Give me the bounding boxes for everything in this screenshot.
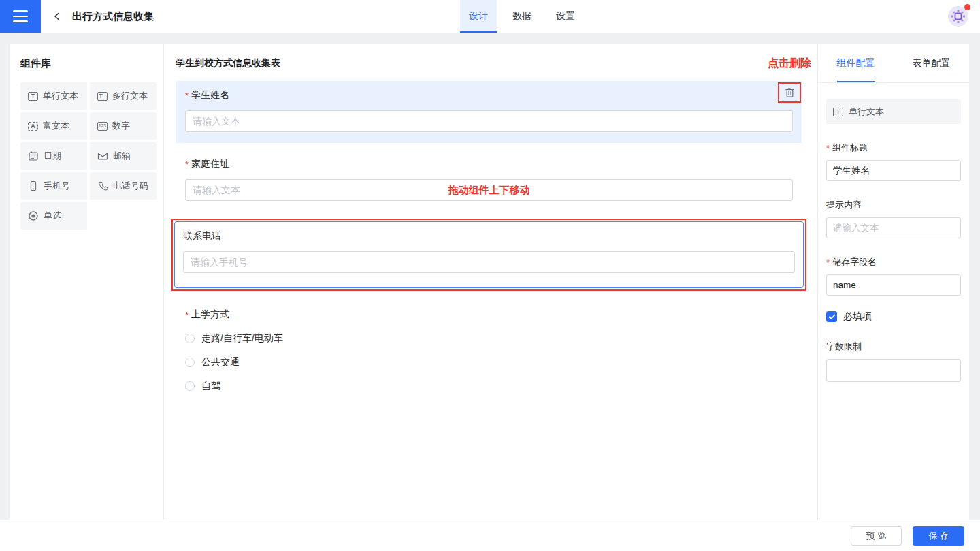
lib-item-mobile[interactable]: 手机号	[20, 172, 87, 200]
inspector-tabs: 组件配置 表单配置	[818, 44, 969, 83]
drag-annotation: 拖动组件上下移动	[448, 184, 530, 197]
hamburger-menu-button[interactable]	[0, 0, 41, 33]
trash-icon	[785, 87, 795, 98]
chevron-left-icon	[52, 11, 63, 22]
lib-item-multi-line-text[interactable]: T 多行文本	[90, 82, 157, 110]
radio-icon	[28, 210, 39, 221]
inspector-panel: 组件配置 表单配置 T 单行文本 * 组件标题 提示内容 * 储存字段名	[818, 44, 969, 520]
lib-item-radio[interactable]: 单选	[20, 202, 87, 230]
lib-item-single-line-text[interactable]: T 单行文本	[20, 82, 87, 110]
component-title-input[interactable]	[826, 160, 961, 181]
telephone-icon	[97, 180, 108, 191]
form-field-student-name[interactable]: * 学生姓名	[176, 81, 802, 143]
lib-item-label: 电话号码	[113, 180, 148, 192]
form-canvas: 点击删除 学生到校方式信息收集表 * 学生姓名 *	[164, 44, 818, 520]
tab-settings[interactable]: 设置	[547, 0, 584, 33]
form-field-contact-phone[interactable]: 联系电话	[174, 221, 804, 288]
radio-button-icon[interactable]	[185, 334, 195, 343]
lib-item-rich-text[interactable]: A 富文本	[20, 112, 87, 140]
preview-button[interactable]: 预 览	[851, 526, 902, 546]
tab-component-config[interactable]: 组件配置	[818, 44, 894, 82]
radio-option-public-transport[interactable]: 公共交通	[185, 356, 793, 368]
rich-text-icon: A	[28, 122, 38, 131]
contact-phone-input[interactable]	[183, 251, 795, 273]
radio-button-icon[interactable]	[185, 381, 195, 391]
char-limit-input[interactable]	[826, 359, 961, 382]
tab-design[interactable]: 设计	[460, 0, 497, 33]
lib-item-label: 数字	[112, 120, 130, 132]
footer-bar: 预 览 保 存	[0, 520, 980, 551]
form-field-commute-mode[interactable]: * 上学方式 走路/自行车/电动车 公共交通 自驾	[176, 300, 802, 403]
form-title: 学生到校方式信息收集表	[176, 57, 802, 69]
radio-option-walk-bike[interactable]: 走路/自行车/电动车	[185, 332, 793, 345]
main-content: 组件库 T 单行文本 T 多行文本 A 富文本 123 数字	[10, 44, 969, 520]
lib-item-label: 多行文本	[112, 90, 148, 102]
component-title-label: * 组件标题	[826, 142, 961, 154]
drag-highlight-box: 联系电话	[172, 219, 806, 291]
lib-item-number[interactable]: 123 数字	[90, 112, 157, 140]
radio-button-icon[interactable]	[185, 358, 195, 367]
required-asterisk: *	[185, 310, 189, 320]
tab-form-config[interactable]: 表单配置	[894, 44, 969, 82]
field-name-label: * 储存字段名	[826, 256, 961, 268]
back-button[interactable]	[49, 8, 65, 25]
lib-item-label: 单行文本	[43, 90, 78, 102]
hint-content-input[interactable]	[826, 217, 961, 238]
required-asterisk: *	[826, 143, 830, 153]
char-limit-label: 字数限制	[826, 341, 961, 353]
radio-group: 走路/自行车/电动车 公共交通 自驾	[185, 332, 793, 392]
header-tabs: 设计 数据 设置	[460, 0, 591, 33]
inspector-body: T 单行文本 * 组件标题 提示内容 * 储存字段名	[818, 83, 969, 382]
delete-field-button[interactable]	[778, 82, 801, 103]
delete-annotation: 点击删除	[768, 57, 811, 71]
required-checkbox-label: 必填项	[843, 311, 872, 323]
multi-line-text-icon: T	[97, 92, 108, 101]
field-name-input[interactable]	[826, 274, 961, 296]
lib-item-label: 单选	[44, 210, 61, 222]
field-label: * 上学方式	[185, 309, 793, 321]
student-name-input[interactable]	[185, 110, 793, 132]
lib-item-label: 富文本	[43, 120, 69, 132]
component-library-panel: 组件库 T 单行文本 T 多行文本 A 富文本 123 数字	[10, 44, 164, 520]
required-asterisk: *	[826, 257, 830, 268]
field-label: * 家庭住址	[185, 158, 793, 170]
library-title: 组件库	[20, 57, 154, 70]
lib-item-telephone[interactable]: 电话号码	[90, 172, 157, 200]
single-line-text-icon: T	[833, 108, 843, 116]
page-title: 出行方式信息收集	[72, 0, 154, 33]
lib-item-date[interactable]: 日期	[20, 142, 87, 170]
save-button[interactable]: 保 存	[913, 526, 964, 546]
calendar-icon	[28, 151, 39, 161]
lib-item-email[interactable]: 邮箱	[90, 142, 157, 170]
mobile-phone-icon	[28, 180, 39, 191]
number-icon: 123	[97, 122, 108, 131]
hint-content-label: 提示内容	[826, 199, 961, 211]
envelope-icon	[97, 151, 108, 161]
field-label: * 学生姓名	[185, 89, 793, 101]
form-field-home-address[interactable]: * 家庭住址 拖动组件上下移动	[176, 150, 802, 212]
required-asterisk: *	[185, 91, 189, 101]
notification-dot	[964, 4, 970, 10]
lib-item-label: 手机号	[44, 180, 70, 192]
lib-item-label: 邮箱	[113, 150, 131, 162]
avatar[interactable]	[947, 5, 969, 27]
tab-data[interactable]: 数据	[504, 0, 540, 33]
lib-item-label: 日期	[44, 150, 61, 162]
single-line-text-icon: T	[28, 92, 38, 101]
required-checkbox-row[interactable]: 必填项	[826, 311, 961, 323]
required-asterisk: *	[185, 159, 189, 170]
library-grid: T 单行文本 T 多行文本 A 富文本 123 数字	[20, 82, 154, 230]
top-bar: 出行方式信息收集 设计 数据 设置	[0, 0, 980, 33]
component-type-chip: T 单行文本	[826, 99, 961, 124]
checkbox-checked-icon[interactable]	[826, 311, 837, 322]
field-label: 联系电话	[183, 230, 795, 242]
radio-option-self-drive[interactable]: 自驾	[185, 380, 793, 392]
